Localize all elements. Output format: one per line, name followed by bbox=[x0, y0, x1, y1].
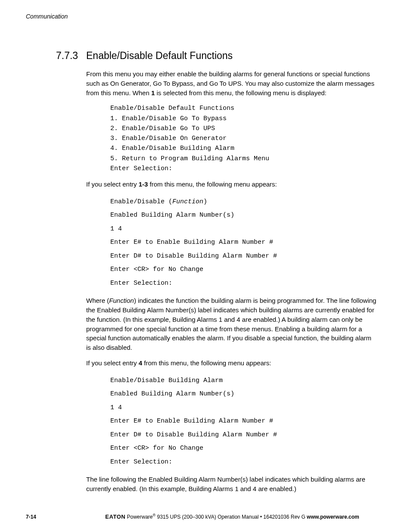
text: Where ( bbox=[86, 297, 109, 304]
page-content: 7.7.3 Enable/Disable Default Functions F… bbox=[86, 50, 377, 494]
function-italic: Function bbox=[109, 297, 134, 304]
menu-line: 1 4 bbox=[110, 404, 122, 411]
text: If you select entry bbox=[86, 359, 139, 367]
text: from this menu, the following menu appea… bbox=[148, 180, 277, 188]
menu-line: 4. Enable/Disable Building Alarm bbox=[110, 145, 234, 152]
doc-id: 164201036 Rev G bbox=[263, 514, 307, 520]
menu-line: Enter Selection: bbox=[110, 280, 172, 287]
text: Powerware bbox=[125, 514, 153, 520]
section-title: Enable/Disable Default Functions bbox=[86, 50, 233, 61]
menu-line: Enter D# to Disable Building Alarm Numbe… bbox=[110, 431, 277, 439]
paragraph-4: If you select entry 4 from this menu, th… bbox=[86, 358, 377, 368]
separator: • bbox=[258, 514, 263, 520]
menu-line: Enter Selection: bbox=[110, 165, 172, 172]
menu-line: 3. Enable/Disable On Generator bbox=[110, 135, 227, 142]
paragraph-2: If you select entry 1-3 from this menu, … bbox=[86, 180, 377, 189]
menu-line: 5. Return to Program Building Alarms Men… bbox=[110, 155, 269, 162]
menu-line: 2. Enable/Disable Go To UPS bbox=[110, 125, 215, 132]
menu-line: 1 4 bbox=[110, 225, 122, 233]
section-number: 7.7.3 bbox=[56, 50, 78, 62]
menu-line: Enter D# to Disable Building Alarm Numbe… bbox=[110, 252, 277, 260]
text: ) indicates the function the building al… bbox=[86, 297, 376, 351]
menu-line: Enable/Disable Default Functions bbox=[110, 105, 234, 112]
intro-paragraph: From this menu you may either enable the… bbox=[86, 69, 377, 97]
menu-line: Enabled Building Alarm Number(s) bbox=[110, 390, 234, 398]
brand-name: EATON bbox=[105, 513, 125, 520]
text: Enable/Disable ( bbox=[110, 198, 172, 205]
text: 9315 UPS (200–300 kVA) Operation Manual bbox=[156, 514, 258, 520]
menu-block-3: Enable/Disable Building Alarm Enabled Bu… bbox=[110, 374, 377, 469]
function-placeholder: Function bbox=[172, 198, 203, 205]
menu-block-2: Enable/Disable (Function) Enabled Buildi… bbox=[110, 195, 377, 290]
menu-line: Enter <CR> for No Change bbox=[110, 266, 203, 273]
menu-line: Enter <CR> for No Change bbox=[110, 445, 203, 452]
menu-line: Enabled Building Alarm Number(s) bbox=[110, 212, 234, 219]
menu-line: Enter Selection: bbox=[110, 458, 172, 466]
text: is selected from this menu, the followin… bbox=[155, 89, 327, 96]
footer-center: EATON Powerware® 9315 UPS (200–300 kVA) … bbox=[79, 513, 385, 520]
text: If you select entry bbox=[86, 180, 139, 188]
bold-1: 1 bbox=[151, 89, 155, 96]
section-heading: 7.7.3 Enable/Disable Default Functions bbox=[86, 50, 377, 62]
page-number: 7-14 bbox=[26, 514, 36, 520]
menu-line: Enable/Disable (Function) bbox=[110, 198, 207, 205]
footer-url: www.powerware.com bbox=[307, 514, 359, 520]
menu-block-1: Enable/Disable Default Functions 1. Enab… bbox=[110, 103, 377, 174]
paragraph-3: Where (Function) indicates the function … bbox=[86, 296, 377, 352]
running-header: Communication bbox=[26, 13, 385, 20]
menu-line: 1. Enable/Disable Go To Bypass bbox=[110, 115, 227, 122]
menu-line: Enable/Disable Building Alarm bbox=[110, 377, 223, 384]
page-footer: 7-14 EATON Powerware® 9315 UPS (200–300 … bbox=[26, 513, 385, 520]
bold-1-3: 1-3 bbox=[139, 180, 148, 188]
paragraph-5: The line following the Enabled Building … bbox=[86, 475, 377, 494]
menu-line: Enter E# to Enable Building Alarm Number… bbox=[110, 417, 273, 425]
bold-4: 4 bbox=[139, 359, 142, 367]
text: ) bbox=[203, 198, 207, 205]
menu-line: Enter E# to Enable Building Alarm Number… bbox=[110, 239, 273, 246]
text: from this menu, the following menu appea… bbox=[142, 359, 271, 367]
